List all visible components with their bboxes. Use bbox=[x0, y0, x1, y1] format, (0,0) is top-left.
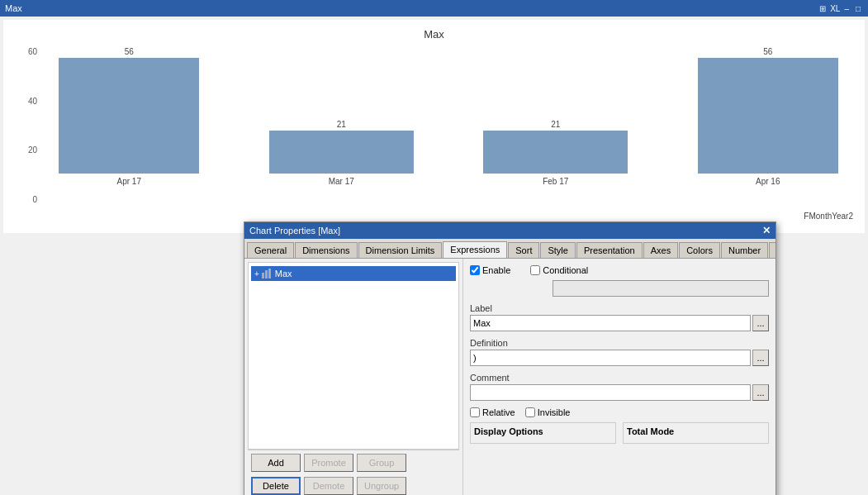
conditional-input-row bbox=[470, 280, 769, 297]
relative-invisible-row: Relative Invisible bbox=[470, 407, 769, 417]
conditional-checkbox[interactable] bbox=[530, 265, 540, 275]
tab-presentation[interactable]: Presentation bbox=[576, 242, 643, 258]
ungroup-button[interactable]: Ungroup bbox=[357, 477, 406, 495]
tabs-bar: General Dimensions Dimension Limits Expr… bbox=[244, 239, 776, 259]
definition-field-label: Definition bbox=[470, 338, 769, 348]
total-mode-title: Total Mode bbox=[627, 426, 765, 436]
display-options-title: Display Options bbox=[474, 426, 612, 436]
chart-title: Max bbox=[12, 28, 856, 40]
tab-dimension-limits[interactable]: Dimension Limits bbox=[358, 242, 443, 258]
label-dots-button[interactable]: ... bbox=[752, 315, 769, 331]
bar-label-0: Apr 17 bbox=[117, 177, 141, 186]
definition-input-row: ... bbox=[470, 350, 769, 366]
total-mode-box: Total Mode bbox=[623, 422, 769, 444]
conditional-input[interactable] bbox=[553, 280, 769, 297]
conditional-checkbox-label[interactable]: Conditional bbox=[530, 265, 588, 275]
right-panel: Enable Conditional Label ... bbox=[463, 259, 776, 495]
add-button[interactable]: Add bbox=[251, 454, 301, 472]
comment-input-row: ... bbox=[470, 384, 769, 401]
dialog-content: + Max Add Promote Group Delete bbox=[244, 259, 776, 495]
window-title-bar: Max ⊞ XL – □ bbox=[0, 0, 868, 17]
label-input[interactable] bbox=[470, 315, 751, 331]
bar-value-0: 56 bbox=[125, 47, 134, 56]
left-panel: + Max Add Promote Group Delete bbox=[244, 259, 463, 495]
restore-icon[interactable]: ⊞ bbox=[817, 4, 828, 13]
invisible-checkbox-label[interactable]: Invisible bbox=[525, 407, 571, 417]
tab-axes[interactable]: Axes bbox=[643, 242, 678, 258]
comment-dots-button[interactable]: ... bbox=[752, 384, 769, 401]
bars-container: 56 Apr 17 21 Mar 17 21 Feb 17 bbox=[40, 47, 856, 204]
tab-sort[interactable]: Sort bbox=[508, 242, 539, 258]
enable-checkbox[interactable] bbox=[470, 265, 480, 275]
tree-expand-icon[interactable]: + bbox=[254, 269, 259, 278]
definition-dots-button[interactable]: ... bbox=[752, 350, 769, 366]
dialog-close-button[interactable]: ✕ bbox=[762, 225, 771, 236]
bar-group-1: 21 Mar 17 bbox=[269, 120, 414, 186]
display-options-box: Display Options bbox=[470, 422, 616, 444]
tab-expressions[interactable]: Expressions bbox=[443, 241, 507, 259]
window-controls: ⊞ XL – □ bbox=[817, 4, 863, 13]
window-title: Max bbox=[5, 3, 22, 13]
delete-button[interactable]: Delete bbox=[251, 477, 301, 495]
promote-button[interactable]: Promote bbox=[304, 454, 353, 472]
invisible-checkbox[interactable] bbox=[525, 407, 535, 417]
tab-font[interactable]: Font bbox=[769, 242, 776, 258]
demote-button[interactable]: Demote bbox=[304, 477, 353, 495]
tree-item-label: Max bbox=[275, 269, 292, 278]
chart-bar-icon bbox=[261, 268, 273, 279]
tab-number[interactable]: Number bbox=[721, 242, 768, 258]
definition-input[interactable] bbox=[470, 350, 751, 366]
svg-rect-2 bbox=[268, 269, 271, 278]
y-label-40: 40 bbox=[28, 97, 37, 106]
minimize-icon[interactable]: – bbox=[842, 4, 851, 13]
bar-group-2: 21 Feb 17 bbox=[483, 120, 628, 186]
enable-label: Enable bbox=[482, 265, 510, 275]
tab-dimensions[interactable]: Dimensions bbox=[295, 242, 357, 258]
tab-colors[interactable]: Colors bbox=[679, 242, 720, 258]
comment-input[interactable] bbox=[470, 384, 751, 401]
comment-field-label: Comment bbox=[470, 373, 769, 383]
enable-conditional-row: Enable Conditional bbox=[470, 265, 769, 275]
dialog-title: Chart Properties [Max] bbox=[249, 226, 340, 236]
svg-rect-1 bbox=[265, 270, 268, 278]
bar-label-2: Feb 17 bbox=[543, 177, 568, 186]
label-input-row: ... bbox=[470, 315, 769, 331]
bar-group-3: 56 Apr 16 bbox=[698, 47, 838, 186]
enable-checkbox-label[interactable]: Enable bbox=[470, 265, 510, 275]
group-button[interactable]: Group bbox=[357, 454, 406, 472]
y-axis: 60 40 20 0 bbox=[12, 47, 40, 204]
action-buttons-row2: Delete Demote Ungroup bbox=[248, 475, 459, 495]
window-ctrl-xl: XL bbox=[830, 4, 840, 13]
tree-item-max[interactable]: + Max bbox=[251, 266, 456, 281]
relative-checkbox[interactable] bbox=[470, 407, 480, 417]
dialog-title-bar: Chart Properties [Max] ✕ bbox=[244, 222, 776, 239]
y-label-20: 20 bbox=[28, 145, 37, 155]
action-buttons-row1: Add Promote Group bbox=[248, 450, 459, 475]
conditional-label: Conditional bbox=[543, 265, 588, 275]
relative-checkbox-label[interactable]: Relative bbox=[470, 407, 515, 417]
y-label-0: 0 bbox=[32, 195, 37, 204]
bar-label-1: Mar 17 bbox=[329, 177, 354, 186]
svg-rect-0 bbox=[262, 273, 264, 278]
bar-3 bbox=[698, 58, 838, 174]
tab-style[interactable]: Style bbox=[540, 242, 575, 258]
bar-group-0: 56 Apr 17 bbox=[59, 47, 199, 186]
bar-2 bbox=[483, 131, 628, 174]
chart-inner: 60 40 20 0 56 Apr 17 21 Mar 17 bbox=[12, 47, 856, 221]
maximize-icon[interactable]: □ bbox=[853, 4, 863, 13]
x-axis-label: FMonthYear2 bbox=[804, 212, 853, 221]
bar-value-3: 56 bbox=[763, 47, 772, 56]
relative-label: Relative bbox=[482, 407, 515, 417]
label-section: Label ... bbox=[470, 303, 769, 331]
y-label-60: 60 bbox=[28, 47, 37, 56]
bar-1 bbox=[269, 131, 414, 174]
invisible-label: Invisible bbox=[538, 407, 571, 417]
tab-general[interactable]: General bbox=[247, 242, 294, 258]
bottom-section: Display Options Total Mode bbox=[470, 422, 769, 444]
comment-section: Comment ... bbox=[470, 373, 769, 401]
chart-properties-dialog: Chart Properties [Max] ✕ General Dimensi… bbox=[244, 221, 776, 495]
bar-label-3: Apr 16 bbox=[756, 177, 780, 186]
definition-section: Definition ... bbox=[470, 338, 769, 366]
expressions-tree: + Max bbox=[248, 262, 459, 450]
bar-value-2: 21 bbox=[551, 120, 560, 129]
